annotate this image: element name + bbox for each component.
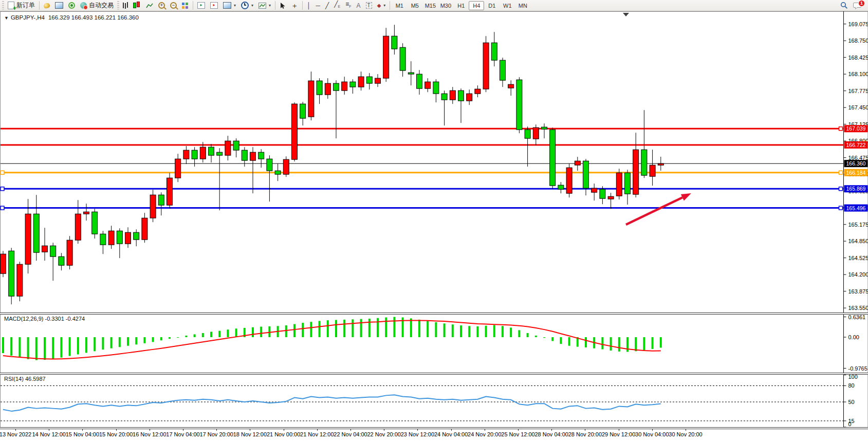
horizontal-line-tool[interactable]: ─ [313, 0, 323, 11]
svg-text:165.175: 165.175 [848, 222, 868, 228]
svg-text:168.425: 168.425 [848, 54, 868, 61]
zoom-out-button[interactable]: − [168, 0, 179, 11]
svg-text:164.850: 164.850 [848, 238, 868, 244]
time-axis-label: 21 Nov 12:00 [300, 431, 334, 437]
time-axis-label: 16 Nov 12:00 [133, 431, 166, 437]
time-axis-label: 18 Nov 12:00 [233, 431, 267, 437]
svg-text:168.750: 168.750 [848, 38, 868, 44]
svg-text:169.075: 169.075 [848, 21, 868, 27]
timeframe-mn[interactable]: MN [515, 1, 530, 10]
monitor-icon [55, 2, 63, 9]
svg-text:168.100: 168.100 [848, 71, 868, 77]
vertical-line-tool[interactable]: │ [304, 0, 313, 11]
chevron-down-icon: ▾ [234, 3, 236, 8]
new-order-button[interactable]: 新订单 [5, 0, 38, 11]
tile-windows-button[interactable] [179, 0, 191, 11]
svg-text:165.496: 165.496 [846, 205, 866, 211]
toolbar-separator [390, 1, 390, 10]
chevron-down-icon: ▾ [383, 3, 385, 8]
timeframe-h1[interactable]: H1 [453, 1, 469, 10]
time-axis-label: 25 Nov 12:00 [501, 431, 534, 437]
new-chart-icon [223, 2, 231, 9]
chevron-down-icon: ▾ [269, 3, 271, 8]
trendline-tool[interactable]: ╱ [323, 0, 331, 11]
clock-icon [241, 2, 249, 9]
timeframe-m15[interactable]: M15 [422, 1, 438, 10]
timeframe-m5[interactable]: M5 [407, 1, 422, 10]
lamp-icon [43, 2, 51, 9]
svg-text:50: 50 [848, 399, 855, 405]
svg-text:100: 100 [848, 374, 858, 380]
timeframe-d1[interactable]: D1 [484, 1, 500, 10]
terminal-button[interactable] [52, 0, 66, 11]
chat-button[interactable]: 1 [851, 0, 864, 11]
time-axis-label: 17 Nov 20:00 [199, 431, 233, 437]
search-button[interactable] [838, 0, 851, 11]
chart-title: ▼GBPJPY-,H4166.329 166.493 166.221 166.3… [4, 14, 139, 21]
arrows-tool-dropdown[interactable]: ◆▾ [375, 0, 389, 11]
svg-text:167.775: 167.775 [848, 88, 868, 94]
auto-scroll-icon: ▸ [197, 2, 205, 9]
vertical-line-icon: │ [307, 2, 311, 9]
tile-windows-icon [182, 3, 184, 5]
chat-icon: 1 [853, 2, 861, 9]
chevron-down-icon: ▾ [251, 3, 253, 8]
horizontal-line-icon: ─ [316, 2, 321, 9]
cursor-icon [280, 2, 286, 9]
zoom-in-button[interactable]: + [156, 0, 168, 11]
time-axis-label: 28 Nov 20:00 [568, 431, 602, 437]
crosshair-tool-button[interactable]: ＋ [288, 0, 301, 11]
text-icon: A [357, 2, 361, 9]
timeframe-m30[interactable]: M30 [438, 1, 453, 10]
macd-pane[interactable]: 0.63610.00-0.9765 [0, 314, 868, 373]
candlestick-chart-button[interactable] [131, 0, 143, 11]
pane-separator[interactable] [0, 373, 868, 375]
line-chart-button[interactable] [143, 0, 156, 11]
toolbar-separator [275, 1, 275, 10]
new-order-icon [8, 2, 14, 9]
line-chart-icon [146, 3, 153, 9]
svg-text:165.869: 165.869 [846, 186, 866, 192]
crosshair-icon: ＋ [291, 2, 298, 9]
candlestick-icon [133, 3, 136, 8]
main-toolbar: 新订单 自动交易 + − ▸ ▸ ▾ ▾ ▾ ＋ │ ─ ╱ ╱E ≡F A T… [0, 0, 868, 11]
timeframe-w1[interactable]: W1 [500, 1, 515, 10]
time-axis-label: 29 Nov 12:00 [602, 431, 635, 437]
bar-chart-button[interactable] [120, 0, 131, 11]
timeframe-h4[interactable]: H4 [469, 1, 484, 10]
fibonacci-tool[interactable]: ≡F [343, 0, 354, 11]
time-axis-label: 23 Nov 12:00 [401, 431, 434, 437]
pane-separator [0, 427, 868, 429]
indicators-dropdown[interactable]: ▾ [256, 0, 273, 11]
svg-text:166.475: 166.475 [848, 155, 868, 161]
auto-scroll-button[interactable]: ▸ [195, 0, 208, 11]
new-chart-dropdown[interactable]: ▾ [220, 0, 238, 11]
channel-tool[interactable]: ╱E [331, 0, 343, 11]
price-chart-pane[interactable]: 169.075168.750168.425168.100167.775167.4… [0, 11, 868, 313]
svg-text:0.6361: 0.6361 [848, 314, 866, 320]
timeframe-m1[interactable]: M1 [392, 1, 407, 10]
text-tool[interactable]: A [354, 0, 363, 11]
chart-shift-button[interactable]: ▸ [208, 0, 220, 11]
search-icon [840, 2, 848, 9]
toolbar-separator [302, 1, 303, 10]
signals-button[interactable] [66, 0, 78, 11]
toolbar-separator [39, 1, 40, 10]
toolbar-grip [2, 1, 4, 10]
rsi-pane[interactable]: 1008050150 [0, 374, 868, 427]
macd-label: MACD(12,26,9) -0.3301 -0.4274 [4, 316, 85, 322]
toolbar-grip [117, 1, 119, 10]
metaquotes-button[interactable] [41, 0, 52, 11]
pane-separator[interactable] [0, 313, 868, 315]
svg-text:-0.9765: -0.9765 [848, 365, 867, 372]
auto-trading-button[interactable]: 自动交易 [78, 0, 116, 11]
svg-text:166.360: 166.360 [846, 160, 866, 167]
svg-text:167.039: 167.039 [846, 125, 866, 132]
fibonacci-icon: ≡F [345, 1, 351, 10]
svg-text:167.450: 167.450 [848, 104, 868, 111]
text-label-tool[interactable]: T [363, 0, 375, 11]
cursor-tool-button[interactable] [277, 0, 288, 11]
time-axis-label: 22 Nov 20:00 [367, 431, 400, 437]
profiles-dropdown[interactable]: ▾ [238, 0, 256, 11]
time-axis-label: 22 Nov 04:00 [334, 431, 367, 437]
